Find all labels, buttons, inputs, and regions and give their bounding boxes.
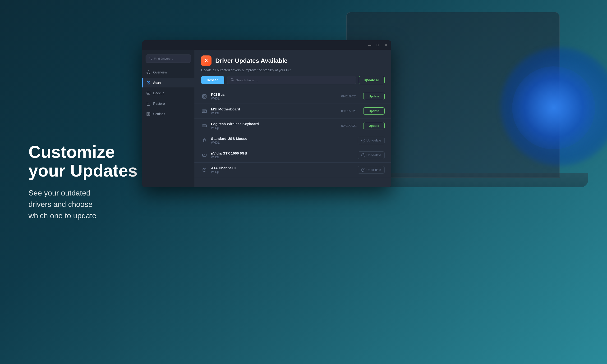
svg-line-11 [233, 80, 234, 81]
sidebar-item-overview[interactable]: Overview [142, 67, 194, 77]
usb-mouse-icon [201, 137, 208, 144]
sidebar-item-label-restore: Restore [153, 102, 165, 105]
search-list-placeholder: Search the list... [236, 78, 258, 82]
svg-rect-15 [202, 125, 207, 127]
sidebar: Find Drivers... Overview [142, 50, 194, 187]
restore-icon [146, 101, 151, 106]
svg-rect-9 [149, 114, 150, 116]
svg-rect-13 [203, 95, 205, 97]
nvidia-gpu-info: nVidia GTX 1060 6GB WHQL [211, 151, 348, 159]
ata-channel-name: ATA Channel 0 [211, 166, 348, 170]
left-section: Customize your Updates See your outdated… [28, 143, 138, 221]
logitech-keyboard-date: 09/01/2021 [341, 124, 356, 128]
usb-mouse-uptodate-button[interactable]: ✓ Up-to-date [358, 137, 385, 144]
svg-rect-6 [147, 112, 148, 114]
minimize-button[interactable]: — [368, 43, 371, 47]
sub-title: See your outdated drivers and choose whi… [28, 187, 138, 221]
main-title: Customize your Updates [28, 143, 138, 180]
sidebar-item-label-overview: Overview [153, 70, 167, 74]
sidebar-item-settings[interactable]: Settings [142, 109, 194, 119]
content-area: Find Drivers... Overview [142, 50, 391, 187]
pci-bus-icon [201, 93, 208, 100]
logitech-keyboard-cert: WHQL [211, 126, 338, 130]
nvidia-gpu-uptodate-button[interactable]: ✓ Up-to-date [358, 151, 385, 159]
pci-bus-update-button[interactable]: Update [363, 93, 385, 100]
nvidia-gpu-cert: WHQL [211, 156, 348, 159]
ata-channel-cert: WHQL [211, 170, 348, 174]
driver-item-usb-mouse: Standard USB Mouse WHQL ✓ Up-to-date [194, 133, 391, 148]
usb-mouse-status-label: Up-to-date [367, 139, 381, 142]
svg-line-1 [151, 59, 152, 60]
sidebar-item-label-scan: Scan [153, 81, 161, 85]
svg-rect-12 [202, 94, 206, 98]
panel-header: 3 Driver Updates Available Update all ou… [194, 50, 391, 89]
nvidia-gpu-icon [201, 152, 208, 158]
msi-motherboard-cert: WHQL [211, 112, 338, 115]
scan-icon [146, 80, 151, 85]
driver-item-logitech-keyboard: Logitech Wireless Keyboard WHQL 09/01/20… [194, 118, 391, 133]
pci-bus-name: PCI Bus [211, 92, 338, 96]
header-title: Driver Updates Available [215, 57, 287, 65]
nvidia-gpu-status-label: Up-to-date [367, 153, 381, 157]
pci-bus-cert: WHQL [211, 97, 338, 100]
pci-bus-date: 09/01/2021 [341, 94, 356, 98]
msi-motherboard-update-button[interactable]: Update [363, 107, 385, 115]
search-box[interactable]: Find Drivers... [145, 54, 191, 63]
usb-mouse-cert: WHQL [211, 141, 348, 144]
main-panel: 3 Driver Updates Available Update all ou… [194, 50, 391, 187]
driver-item-ata-channel: ATA Channel 0 WHQL ✓ Up-to-date [194, 163, 391, 177]
search-icon [149, 57, 152, 61]
driver-item-msi-motherboard: MSI Motherboard WHQL 09/01/2021 Update [194, 104, 391, 118]
ata-channel-uptodate-button[interactable]: ✓ Up-to-date [358, 166, 385, 174]
sidebar-item-backup[interactable]: Backup [142, 88, 194, 98]
msi-motherboard-name: MSI Motherboard [211, 107, 338, 111]
ata-channel-icon [201, 167, 208, 173]
ata-channel-status-label: Up-to-date [367, 168, 381, 171]
search-list-box[interactable]: Search the list... [227, 76, 356, 84]
driver-item-nvidia-gpu: nVidia GTX 1060 6GB WHQL ✓ Up-to-date [194, 148, 391, 163]
search-placeholder: Find Drivers... [154, 57, 173, 60]
title-bar: — □ ✕ [142, 40, 391, 50]
check-circle-icon-2: ✓ [361, 153, 365, 157]
settings-icon [146, 112, 151, 116]
overview-icon [146, 70, 151, 75]
svg-point-2 [147, 71, 150, 74]
sidebar-item-label-backup: Backup [153, 91, 164, 95]
usb-mouse-info: Standard USB Mouse WHQL [211, 136, 348, 144]
svg-point-19 [204, 155, 205, 156]
close-button[interactable]: ✕ [384, 43, 387, 47]
svg-rect-14 [202, 110, 207, 113]
search-list-icon [231, 78, 234, 82]
logitech-keyboard-icon [201, 122, 208, 129]
msi-motherboard-icon [201, 108, 208, 115]
svg-rect-4 [147, 92, 150, 94]
pci-bus-info: PCI Bus WHQL [211, 92, 338, 100]
msi-motherboard-date: 09/01/2021 [341, 109, 356, 113]
header-actions: Rescan Search the list... Update all [201, 76, 385, 84]
sidebar-item-scan[interactable]: Scan [142, 78, 194, 88]
app-window: — □ ✕ Find Drivers... [142, 40, 391, 187]
logitech-keyboard-name: Logitech Wireless Keyboard [211, 122, 338, 126]
ata-channel-info: ATA Channel 0 WHQL [211, 166, 348, 174]
svg-rect-7 [149, 112, 150, 114]
header-subtitle: Update all outdated drivers & improve th… [201, 68, 385, 72]
logitech-keyboard-info: Logitech Wireless Keyboard WHQL [211, 122, 338, 130]
msi-motherboard-info: MSI Motherboard WHQL [211, 107, 338, 115]
update-all-button[interactable]: Update all [359, 76, 385, 84]
driver-item-pci-bus: PCI Bus WHQL 09/01/2021 Update [194, 89, 391, 104]
check-circle-icon: ✓ [361, 139, 365, 143]
nvidia-gpu-name: nVidia GTX 1060 6GB [211, 151, 348, 155]
check-circle-icon-3: ✓ [361, 168, 365, 172]
badge-number: 3 [201, 55, 211, 66]
maximize-button[interactable]: □ [376, 43, 379, 47]
usb-mouse-name: Standard USB Mouse [211, 136, 348, 141]
header-top: 3 Driver Updates Available [201, 55, 385, 66]
sidebar-item-label-settings: Settings [153, 112, 165, 116]
driver-list: PCI Bus WHQL 09/01/2021 Update [194, 89, 391, 187]
rescan-button[interactable]: Rescan [201, 76, 224, 84]
win11-circle-inner [512, 66, 595, 149]
logitech-keyboard-update-button[interactable]: Update [363, 122, 385, 130]
svg-rect-8 [147, 114, 148, 116]
sidebar-item-restore[interactable]: Restore [142, 99, 194, 108]
backup-icon [146, 91, 151, 95]
